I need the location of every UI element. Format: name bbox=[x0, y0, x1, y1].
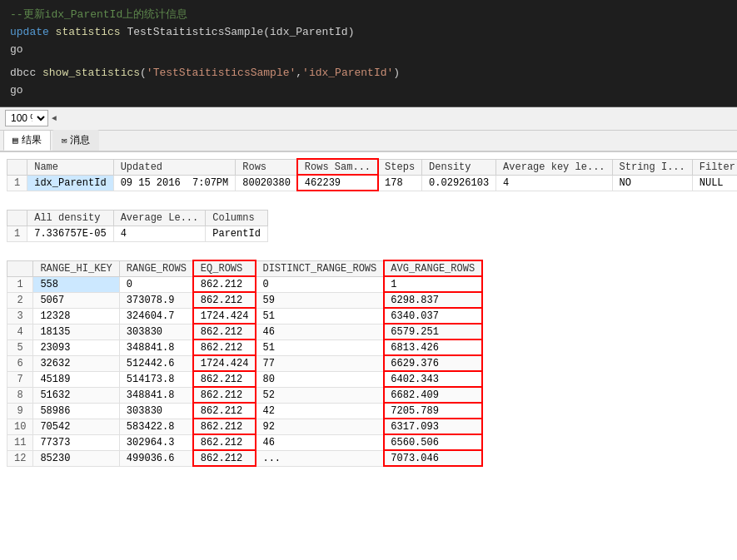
table3-cell-rownum: 11 bbox=[7, 434, 33, 450]
table2-cell-alldensity: 7.336757E-05 bbox=[27, 225, 113, 241]
table1-col-steps: Steps bbox=[378, 159, 422, 175]
table3-cell-rangerows: 514173.8 bbox=[119, 371, 193, 387]
tab-results-label: 结果 bbox=[22, 133, 42, 147]
table1-col-filter: Filter bbox=[692, 159, 737, 175]
table3-cell-avgrangerows: 1 bbox=[384, 276, 482, 292]
results-container: Name Updated Rows Rows Sam... Steps Dens… bbox=[0, 152, 737, 477]
table3-cell-rangerows: 324604.7 bbox=[119, 308, 193, 324]
table3-cell-avgrangerows: 6682.409 bbox=[384, 387, 482, 403]
table-row: 1285230499036.6862.212...7073.046 bbox=[7, 450, 482, 466]
table3-cell-rangehikey: 58986 bbox=[33, 403, 119, 419]
table3-cell-eqrows: 862.212 bbox=[193, 387, 256, 403]
table3-cell-rangerows: 512442.6 bbox=[119, 355, 193, 371]
table3-cell-distinctrangerows: 59 bbox=[256, 292, 384, 308]
table3-cell-avgrangerows: 6579.251 bbox=[384, 324, 482, 339]
table3-cell-rangerows: 303830 bbox=[119, 403, 193, 419]
table-row: 1177373302964.3862.212466560.506 bbox=[7, 434, 482, 450]
code-line-dbcc: dbcc show_statistics('TestStaitisticsSam… bbox=[10, 65, 727, 82]
table3-cell-avgrangerows: 6298.837 bbox=[384, 292, 482, 308]
tab-results[interactable]: ▤ 结果 bbox=[3, 130, 51, 151]
table3-cell-avgrangerows: 6402.343 bbox=[384, 371, 482, 387]
table3-cell-avgrangerows: 6340.037 bbox=[384, 308, 482, 324]
table-row: 851632348841.8862.212526682.409 bbox=[7, 387, 482, 403]
table3-col-rangehikey: RANGE_HI_KEY bbox=[33, 260, 119, 276]
table3-cell-distinctrangerows: ... bbox=[256, 450, 384, 466]
table-row: 418135303830862.212466579.251 bbox=[7, 324, 482, 339]
table-row: 312328324604.71724.424516340.037 bbox=[7, 308, 482, 324]
code-line-go2: go bbox=[10, 82, 727, 100]
table3-cell-eqrows: 1724.424 bbox=[193, 355, 256, 371]
table3-cell-rangerows: 499036.6 bbox=[119, 450, 193, 466]
table3-cell-distinctrangerows: 51 bbox=[256, 339, 384, 355]
table3-cell-rangehikey: 45189 bbox=[33, 371, 119, 387]
table3-cell-avgrangerows: 6813.426 bbox=[384, 339, 482, 355]
table1-col-rowssam: Rows Sam... bbox=[297, 159, 377, 175]
table-row: 1 7.336757E-05 4 ParentId bbox=[7, 225, 268, 241]
table3-cell-eqrows: 862.212 bbox=[193, 434, 256, 450]
table3-cell-rangerows: 583422.8 bbox=[119, 419, 193, 434]
tab-messages[interactable]: ✉ 消息 bbox=[52, 130, 100, 151]
table3-col-eqrows: EQ_ROWS bbox=[193, 260, 256, 276]
table3-wrapper: RANGE_HI_KEY RANGE_ROWS EQ_ROWS DISTINCT… bbox=[0, 257, 737, 473]
table3-cell-rownum: 2 bbox=[7, 292, 33, 308]
table3-cell-rangerows: 302964.3 bbox=[119, 434, 193, 450]
table3-cell-distinctrangerows: 77 bbox=[256, 355, 384, 371]
table3-cell-rangehikey: 23093 bbox=[33, 339, 119, 355]
table3-cell-avgrangerows: 6317.093 bbox=[384, 419, 482, 434]
results-icon: ▤ bbox=[12, 135, 18, 146]
tab-messages-label: 消息 bbox=[70, 133, 90, 147]
scroll-left-arrow[interactable]: ◄ bbox=[52, 114, 57, 123]
tabs-bar: ▤ 结果 ✉ 消息 bbox=[0, 131, 737, 152]
messages-icon: ✉ bbox=[62, 135, 67, 146]
table3-cell-eqrows: 862.212 bbox=[193, 292, 256, 308]
table2-header-row: All density Average Le... Columns bbox=[7, 210, 268, 225]
table3-cell-eqrows: 862.212 bbox=[193, 371, 256, 387]
table-row: 958986303830862.212427205.789 bbox=[7, 403, 482, 419]
table1-col-rows: Rows bbox=[236, 159, 298, 175]
table-row: 1 idx_ParentId 09 15 2016 7:07PM 8002038… bbox=[7, 175, 738, 191]
table3-cell-eqrows: 862.212 bbox=[193, 403, 256, 419]
table3-cell-distinctrangerows: 46 bbox=[256, 434, 384, 450]
table3-cell-rangerows: 0 bbox=[119, 276, 193, 292]
divider1 bbox=[0, 198, 737, 206]
table3-cell-eqrows: 862.212 bbox=[193, 339, 256, 355]
table3-cell-distinctrangerows: 52 bbox=[256, 387, 384, 403]
table3-cell-rownum: 3 bbox=[7, 308, 33, 324]
table3-cell-rownum: 6 bbox=[7, 355, 33, 371]
table1-col-density: Density bbox=[422, 159, 496, 175]
table1-cell-stringindex: NO bbox=[612, 175, 692, 191]
table3-cell-eqrows: 1724.424 bbox=[193, 308, 256, 324]
table3-cell-rownum: 4 bbox=[7, 324, 33, 339]
table3-cell-rangehikey: 32632 bbox=[33, 355, 119, 371]
table3-cell-rangehikey: 85230 bbox=[33, 450, 119, 466]
table1-col-rownum bbox=[7, 159, 27, 175]
table1-col-updated: Updated bbox=[113, 159, 236, 175]
table3-cell-distinctrangerows: 0 bbox=[256, 276, 384, 292]
code-editor: --更新idx_ParentId上的统计信息 update statistics… bbox=[0, 0, 737, 107]
table3-cell-rangehikey: 70542 bbox=[33, 419, 119, 434]
table1-wrapper: Name Updated Rows Rows Sam... Steps Dens… bbox=[0, 156, 737, 198]
table3-cell-rangehikey: 18135 bbox=[33, 324, 119, 339]
table3-cell-distinctrangerows: 51 bbox=[256, 308, 384, 324]
table-row: 745189514173.8862.212806402.343 bbox=[7, 371, 482, 387]
comment-text: --更新idx_ParentId上的统计信息 bbox=[10, 8, 187, 21]
table3-col-rownum bbox=[7, 260, 33, 276]
table3-cell-rownum: 9 bbox=[7, 403, 33, 419]
table3-col-distinctrangerows: DISTINCT_RANGE_ROWS bbox=[256, 260, 384, 276]
spacer bbox=[10, 58, 727, 65]
table3-cell-eqrows: 862.212 bbox=[193, 419, 256, 434]
table1-col-name: Name bbox=[27, 159, 113, 175]
table1-cell-steps: 178 bbox=[378, 175, 422, 191]
table1-cell-rownum: 1 bbox=[7, 175, 27, 191]
table3-cell-rownum: 10 bbox=[7, 419, 33, 434]
table1-cell-density: 0.02926103 bbox=[422, 175, 496, 191]
zoom-select[interactable]: 100 % 75 % 150 % bbox=[5, 110, 48, 126]
table-row: 15580862.21201 bbox=[7, 276, 482, 292]
table3-cell-rownum: 7 bbox=[7, 371, 33, 387]
table1-cell-filter: NULL bbox=[692, 175, 737, 191]
table3-cell-distinctrangerows: 92 bbox=[256, 419, 384, 434]
table3-cell-avgrangerows: 6629.376 bbox=[384, 355, 482, 371]
table3-col-rangerows: RANGE_ROWS bbox=[119, 260, 193, 276]
table2-col-avglen: Average Le... bbox=[113, 210, 206, 225]
table2-col-columns: Columns bbox=[206, 210, 268, 225]
